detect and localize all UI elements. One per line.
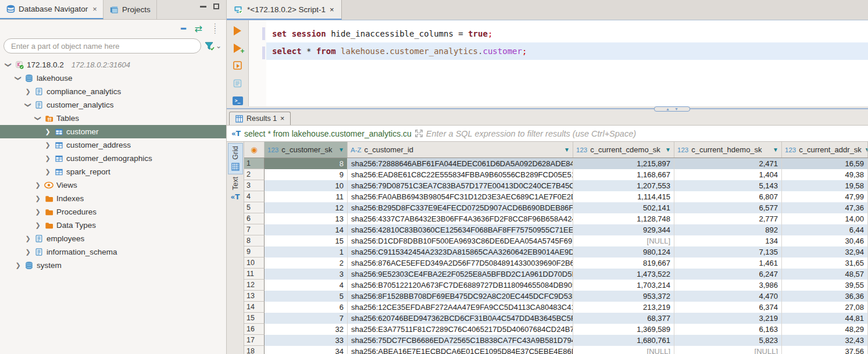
- column-header-c_current_cdemo_sk[interactable]: 123c_current_cdemo_sk▼: [573, 142, 674, 158]
- table-row[interactable]: 113sha256:9E52303CE4FBA2E2F0525E8A5BFBD2…: [244, 269, 868, 280]
- tab-text-view[interactable]: Text «T: [228, 174, 243, 204]
- table-cell[interactable]: sha256:12CE35EFDABF272A4A47E9FA9CC5D4113…: [348, 302, 573, 313]
- table-cell[interactable]: 48,29: [782, 324, 868, 335]
- table-cell[interactable]: 213,219: [573, 302, 674, 313]
- row-number[interactable]: 16: [244, 324, 265, 335]
- table-cell[interactable]: 31,65: [782, 258, 868, 269]
- table-cell[interactable]: 6: [265, 302, 348, 313]
- tree-item-spark-report[interactable]: ❯spark_report: [0, 165, 226, 178]
- column-dropdown-icon[interactable]: ▼: [865, 146, 868, 153]
- results-filter-bar[interactable]: «T select * from lakehouse.customer_anal…: [227, 126, 868, 142]
- execute-statement-icon[interactable]: [232, 25, 244, 37]
- table-cell[interactable]: 134: [674, 235, 782, 246]
- tree-item-tables[interactable]: ❯Tables: [0, 112, 226, 125]
- tree-item-indexes[interactable]: ❯Indexes: [0, 192, 226, 205]
- collapse-down-icon[interactable]: ▼: [674, 107, 678, 111]
- table-cell[interactable]: 68,377: [573, 313, 674, 324]
- table-cell[interactable]: 1,168,667: [573, 169, 674, 180]
- chevron-collapsed-icon[interactable]: ❯: [34, 221, 41, 229]
- table-cell[interactable]: 48,57: [782, 269, 868, 280]
- table-cell[interactable]: 929,344: [573, 224, 674, 235]
- table-cell[interactable]: 892: [674, 224, 782, 235]
- tab-projects[interactable]: Projects: [103, 0, 157, 19]
- table-cell[interactable]: 8: [265, 158, 348, 169]
- row-number[interactable]: 15: [244, 313, 265, 324]
- chevron-expanded-icon[interactable]: ❯: [34, 115, 42, 122]
- table-cell[interactable]: 15: [265, 235, 348, 246]
- table-cell[interactable]: 1: [265, 246, 348, 258]
- chevron-expanded-icon[interactable]: ❯: [24, 102, 32, 109]
- row-number[interactable]: 8: [244, 235, 265, 246]
- table-cell[interactable]: 5: [265, 291, 348, 302]
- table-cell[interactable]: sha256:B705122120A673FC7DE6889727DB11809…: [348, 280, 573, 291]
- table-cell[interactable]: 1,461: [674, 258, 782, 269]
- table-cell[interactable]: [NULL]: [674, 346, 782, 354]
- explain-plan-icon[interactable]: [232, 77, 244, 89]
- table-row[interactable]: 124sha256:B705122120A673FC7DE6889727DB11…: [244, 280, 868, 291]
- close-icon[interactable]: ×: [92, 5, 97, 13]
- tree-item-customer-analytics[interactable]: ❯customer_analytics: [0, 98, 226, 112]
- table-cell[interactable]: 30,46: [782, 235, 868, 246]
- tree-item-customer-demographics[interactable]: ❯customer_demographics: [0, 152, 226, 165]
- table-cell[interactable]: 3,219: [674, 313, 782, 324]
- tab-database-navigator[interactable]: Database Navigator ×: [0, 0, 103, 19]
- chevron-collapsed-icon[interactable]: ❯: [44, 141, 51, 149]
- table-cell[interactable]: 6,374: [674, 302, 782, 313]
- table-cell[interactable]: 5,823: [674, 335, 782, 346]
- table-cell[interactable]: 37,56: [782, 346, 868, 354]
- table-cell[interactable]: sha256:D1CDF8DBB10F500EA9693C86DE6DEAA05…: [348, 235, 573, 246]
- table-cell[interactable]: 2: [265, 258, 348, 269]
- sql-line-1[interactable]: set session hide_inaccessible_columns = …: [266, 25, 868, 42]
- table-cell[interactable]: 36,36: [782, 291, 868, 302]
- filter-query-text[interactable]: select * from lakehouse.customer_analyti…: [244, 129, 412, 138]
- table-row[interactable]: 714sha256:42810C83B0360CE125634F068BAF8F…: [244, 224, 868, 235]
- tree-item-employees[interactable]: ❯employees: [0, 232, 226, 245]
- table-cell[interactable]: sha256:72888646ABF61FA044EDEC061D6DA5A09…: [348, 158, 573, 169]
- table-row[interactable]: 146sha256:12CE35EFDABF272A4A47E9FA9CC5D4…: [244, 302, 868, 313]
- table-cell[interactable]: 4,470: [674, 291, 782, 302]
- table-cell[interactable]: 9: [265, 169, 348, 180]
- table-cell[interactable]: 14,00: [782, 213, 868, 224]
- row-number[interactable]: 2: [244, 169, 265, 180]
- chevron-collapsed-icon[interactable]: ❯: [44, 128, 51, 135]
- table-cell[interactable]: 6,163: [674, 324, 782, 335]
- table-cell[interactable]: 14: [265, 224, 348, 235]
- table-cell[interactable]: sha256:876ACE5EFED349A2D56F77D5084891433…: [348, 258, 573, 269]
- table-cell[interactable]: 32,43: [782, 335, 868, 346]
- tree-item-views[interactable]: ❯Views: [0, 178, 226, 192]
- table-cell[interactable]: sha256:79D08751C3EA7C83BA57D177E00413D0C…: [348, 180, 573, 191]
- chevron-collapsed-icon[interactable]: ❯: [44, 168, 51, 176]
- table-cell[interactable]: 1,128,748: [573, 213, 674, 224]
- results-grid[interactable]: ◉123c_customer_sk▼A-Zc_customer_id▼123c_…: [244, 142, 868, 354]
- chevron-expanded-icon[interactable]: ❯: [5, 62, 12, 69]
- table-row[interactable]: 1733sha256:75DC7FCB6686EDA72565C1B838CA7…: [244, 335, 868, 346]
- chevron-collapsed-icon[interactable]: ❯: [15, 262, 22, 269]
- table-cell[interactable]: 11: [265, 191, 348, 202]
- table-cell[interactable]: 32,94: [782, 246, 868, 258]
- table-cell[interactable]: 1,680,761: [573, 335, 674, 346]
- column-dropdown-icon[interactable]: ▼: [665, 146, 671, 153]
- table-row[interactable]: 29sha256:EAD8E61C8C22E555834FBBA9B60556C…: [244, 169, 868, 180]
- row-number[interactable]: 18: [244, 346, 265, 354]
- table-row[interactable]: 1834sha256:ABEA16E7E1ECBDCA6E01CE1095D84…: [244, 346, 868, 354]
- table-cell[interactable]: 33: [265, 335, 348, 346]
- tab-grid-view[interactable]: Grid: [228, 143, 243, 174]
- table-cell[interactable]: sha256:4337C7AB6432E3B06FF4A3636FD2F8CC8…: [348, 213, 573, 224]
- table-cell[interactable]: 3: [265, 269, 348, 280]
- sql-line-2[interactable]: select * from lakehouse.customer_analyti…: [266, 42, 868, 60]
- view-menu-icon[interactable]: ⋮⋮: [212, 24, 218, 33]
- search-input[interactable]: [3, 38, 201, 53]
- row-number[interactable]: 12: [244, 280, 265, 291]
- table-cell[interactable]: 1,369,589: [573, 324, 674, 335]
- table-cell[interactable]: 6,247: [674, 269, 782, 280]
- chevron-collapsed-icon[interactable]: ❯: [24, 88, 31, 95]
- column-header-c_customer_sk[interactable]: 123c_customer_sk▼: [265, 142, 348, 158]
- column-header-c_current_hdemo_sk[interactable]: 123c_current_hdemo_sk▼: [674, 142, 782, 158]
- grid-corner-cell[interactable]: ◉: [244, 142, 265, 158]
- column-header-c_customer_id[interactable]: A-Zc_customer_id▼: [348, 142, 573, 158]
- table-cell[interactable]: 5,143: [674, 180, 782, 191]
- table-row[interactable]: 135sha256:8F1528BB708DF69EB475DC92A8C20E…: [244, 291, 868, 302]
- table-row[interactable]: 310sha256:79D08751C3EA7C83BA57D177E00413…: [244, 180, 868, 191]
- row-number[interactable]: 5: [244, 202, 265, 213]
- table-row[interactable]: 1632sha256:E3A77511F81C7289C76C4065217D5…: [244, 324, 868, 335]
